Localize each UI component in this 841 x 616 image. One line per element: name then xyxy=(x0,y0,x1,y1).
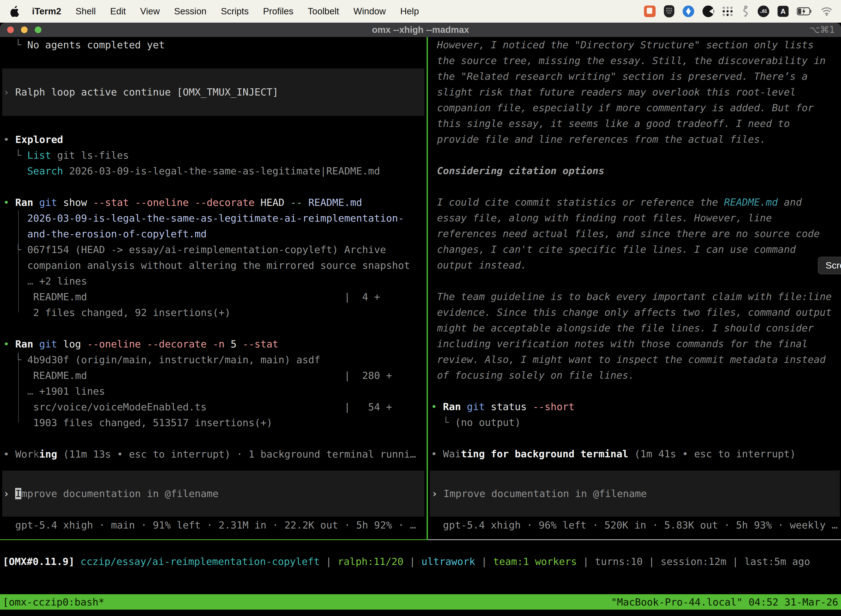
terminal-line: … +1901 lines xyxy=(3,383,426,399)
terminal-line: README.md | 280 + xyxy=(3,368,426,383)
terminal-line xyxy=(431,147,841,163)
terminal-line xyxy=(431,179,841,194)
terminal-line xyxy=(3,116,426,132)
terminal-line: › Improve documentation in @filename xyxy=(3,486,424,502)
terminal-line: might be acceptable alongside the file l… xyxy=(431,320,841,336)
menu-item-toolbelt[interactable]: Toolbelt xyxy=(308,6,339,16)
tree-connector-line xyxy=(18,210,19,312)
terminal-line: slight risk that future readers may over… xyxy=(431,84,841,100)
input-source-icon[interactable]: A xyxy=(778,6,788,17)
terminal-line: └ No agents completed yet xyxy=(3,37,426,53)
terminal-line: changes, I can't cite specific file line… xyxy=(431,242,841,257)
terminal-line: • Waiting for background terminal (1m 41… xyxy=(431,446,841,462)
terminal-line: › Ralph loop active continue [OMX_TMUX_I… xyxy=(3,84,424,100)
window-title: omx --xhigh --madmax xyxy=(0,23,841,37)
terminal-line: companion analysis without altering the … xyxy=(3,258,426,273)
terminal-line: └ (no output) xyxy=(431,415,841,430)
menu-item-scripts[interactable]: Scripts xyxy=(221,6,249,16)
terminal-line: provide file and line references from th… xyxy=(431,131,841,147)
terminal-line: output instead. xyxy=(431,257,841,273)
menu-item-view[interactable]: View xyxy=(140,6,160,16)
terminal-line: Considering citation options xyxy=(431,163,841,179)
terminal-line: • Working (11m 13s • esc to interrupt) ·… xyxy=(3,446,426,462)
terminal-line: › Improve documentation in @filename xyxy=(432,486,840,502)
left-pane[interactable]: └ No agents completed yet › Ralph loop a… xyxy=(0,37,426,539)
terminal-line xyxy=(431,383,841,399)
battery-percent-badge[interactable]: ..61 xyxy=(757,6,769,17)
terminal-line: • Ran git status --short xyxy=(431,399,841,415)
terminal-line: and-the-erosion-of-copyleft.md xyxy=(3,226,426,242)
menu-item-profiles[interactable]: Profiles xyxy=(263,6,293,16)
left-pane-log: • Explored └ List git ls-files Search 20… xyxy=(0,116,426,462)
wifi-icon[interactable] xyxy=(820,5,833,18)
terminal-line: gpt-5.4 xhigh · main · 91% left · 2.31M … xyxy=(3,517,416,533)
window-title-bar[interactable]: omx --xhigh --madmax ⌥⌘1 xyxy=(0,23,841,37)
tmux-session-name: [omx-cczip0:bash* xyxy=(3,596,104,608)
terminal-line: the "Related research writing" section i… xyxy=(431,69,841,84)
omx-status-line: [OMX#0.11.9] cczip/essay/ai-reimplementa… xyxy=(3,554,810,569)
apple-menu-icon[interactable] xyxy=(10,6,20,17)
terminal-line xyxy=(431,273,841,289)
iterm2-window: omx --xhigh --madmax ⌥⌘1 └ No agents com… xyxy=(0,23,841,616)
window-shortcut-badge: ⌥⌘1 xyxy=(810,23,835,37)
menu-item-shell[interactable]: Shell xyxy=(76,6,96,16)
terminal-line: gpt-5.4 xhigh · 96% left · 520K in · 5.8… xyxy=(431,517,838,533)
battery-icon[interactable] xyxy=(797,5,812,18)
menu-item-session[interactable]: Session xyxy=(174,6,207,16)
menu-item-iterm2[interactable]: iTerm2 xyxy=(32,6,61,16)
right-pane[interactable]: However, I noticed the "Directory Struct… xyxy=(429,37,841,539)
right-pane-border xyxy=(428,539,841,540)
camera-app-icon[interactable] xyxy=(702,6,714,17)
menu-item-window[interactable]: Window xyxy=(353,6,386,16)
terminal-line: 2 files changed, 92 insertions(+) xyxy=(3,305,426,320)
terminal-line: However, I noticed the "Directory Struct… xyxy=(431,37,841,53)
terminal-line: src/voice/voiceModeEnabled.ts | 54 + xyxy=(3,399,426,415)
terminal-line: review. Also, I might want to inspect th… xyxy=(431,352,841,367)
terminal-line: • Explored xyxy=(3,132,426,147)
menu-bar: iTerm2 Shell Edit View Session Scripts P… xyxy=(0,0,841,23)
blue-badge-icon[interactable] xyxy=(683,6,694,17)
screen-overlay-button[interactable]: Scre xyxy=(818,257,841,274)
terminal-line: … +2 lines xyxy=(3,273,426,289)
chat-app-icon[interactable] xyxy=(644,6,656,17)
tmux-status-bar: [omx-cczip0:bash* "MacBook-Pro-44.local"… xyxy=(0,594,841,610)
right-prompt-input[interactable]: › Improve documentation in @filename xyxy=(430,471,840,517)
terminal-line: 1903 files changed, 513517 insertions(+) xyxy=(3,415,426,431)
menu-status-icons: ..61 A xyxy=(644,5,833,18)
menu-item-help[interactable]: Help xyxy=(400,6,419,16)
terminal-line xyxy=(3,431,426,446)
dots-grid-icon[interactable] xyxy=(722,6,733,16)
terminal-content: └ No agents completed yet › Ralph loop a… xyxy=(0,37,841,616)
terminal-line: 2026-03-09-is-legal-the-same-as-legitima… xyxy=(3,210,426,226)
screen-overlay-label: Scre xyxy=(826,260,841,270)
terminal-line: └ 067f154 (HEAD -> essay/ai-reimplementa… xyxy=(3,242,426,258)
hook-icon[interactable] xyxy=(741,5,749,18)
terminal-line: essay file, along with finding root file… xyxy=(431,210,841,226)
terminal-line: • Ran git log --oneline --decorate -n 5 … xyxy=(3,336,426,352)
terminal-line: └ List git ls-files xyxy=(3,147,426,163)
ralph-loop-banner: › Ralph loop active continue [OMX_TMUX_I… xyxy=(2,69,424,116)
right-pane-log: However, I noticed the "Directory Struct… xyxy=(429,37,841,462)
terminal-line: of focusing solely on file lines. xyxy=(431,367,841,383)
right-pane-status-footer: gpt-5.4 xhigh · 96% left · 520K in · 5.8… xyxy=(431,517,838,533)
terminal-line: including verification notes with those … xyxy=(431,336,841,352)
terminal-line: this single essay, it seems like a good … xyxy=(431,116,841,131)
pane-divider[interactable] xyxy=(426,37,428,540)
shield-grid-icon[interactable] xyxy=(664,5,674,18)
terminal-line: references need actual files, and since … xyxy=(431,226,841,242)
tree-connector-line xyxy=(18,352,19,422)
terminal-line: README.md | 4 + xyxy=(3,289,426,305)
terminal-line: └ 4b9d30f (origin/main, instructkr/main,… xyxy=(3,352,426,368)
screen: iTerm2 Shell Edit View Session Scripts P… xyxy=(0,0,841,616)
terminal-line xyxy=(431,430,841,446)
terminal-line xyxy=(3,320,426,336)
terminal-line xyxy=(3,53,426,69)
left-prompt-input[interactable]: › Improve documentation in @filename xyxy=(2,471,424,517)
terminal-line: I could cite commit statistics or refere… xyxy=(431,194,841,210)
menu-item-edit[interactable]: Edit xyxy=(110,6,126,16)
terminal-line: evidence. Since this change only affects… xyxy=(431,304,841,320)
terminal-line: • Ran git show --stat --oneline --decora… xyxy=(3,195,426,210)
tmux-host-clock: "MacBook-Pro-44.local" 04:52 31-Mar-26 xyxy=(611,596,838,608)
terminal-line: The team guideline is to back every impo… xyxy=(431,289,841,304)
terminal-line: the source tree, missing the essay. Stil… xyxy=(431,53,841,69)
